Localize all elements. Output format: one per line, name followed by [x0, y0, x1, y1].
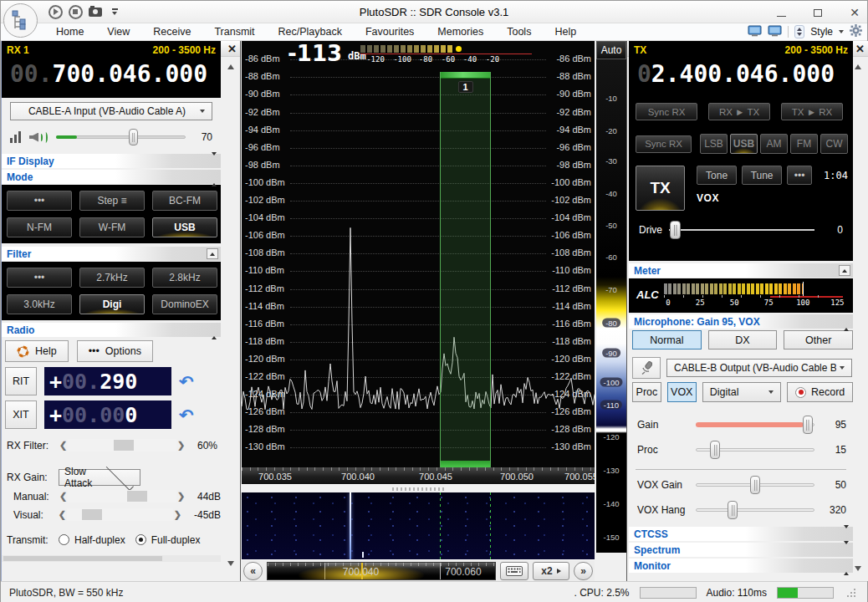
- tx-mode-button-usb[interactable]: USB: [730, 134, 758, 154]
- collapse-arrow-icon[interactable]: [844, 316, 849, 328]
- tx-mode-button-fm[interactable]: FM: [790, 134, 818, 154]
- menu-item-tools[interactable]: Tools: [495, 24, 543, 39]
- collapse-arrow-icon[interactable]: [212, 156, 217, 167]
- xit-undo-icon[interactable]: ↶: [179, 407, 194, 423]
- digital-select[interactable]: Digital: [702, 382, 782, 402]
- splitter-handle-icon[interactable]: [392, 487, 444, 491]
- resize-grip-icon[interactable]: [847, 589, 855, 597]
- waterfall-colorbar[interactable]: Auto -10-20-30-40-50-60-70-80-90-100-110…: [596, 41, 626, 554]
- rx-frequency-value[interactable]: 00.700.046.000: [7, 60, 216, 88]
- help-button[interactable]: Help: [5, 340, 69, 362]
- visual-gain-slider[interactable]: ❮❯: [58, 508, 182, 521]
- section-spectrum[interactable]: Spectrum: [629, 543, 853, 557]
- tone-button[interactable]: Tone: [697, 166, 737, 185]
- xit-display[interactable]: +00.000: [44, 400, 171, 429]
- tx-more-button[interactable]: •••: [787, 166, 812, 185]
- rx-frequency-display[interactable]: RX 1 200 - 3500 Hz 00.700.046.000: [2, 41, 221, 98]
- rit-button[interactable]: RIT: [5, 367, 37, 395]
- colorbar-auto-button[interactable]: Auto: [596, 41, 626, 59]
- mic-proc-slider-thumb[interactable]: [710, 441, 720, 459]
- tx-mode-button-lsb[interactable]: LSB: [700, 134, 728, 154]
- collapse-arrow-icon[interactable]: [207, 248, 218, 259]
- half-duplex-label[interactable]: Half-duplex: [74, 534, 125, 546]
- drive-slider-thumb[interactable]: [670, 221, 681, 239]
- speaker-icon[interactable]: [29, 132, 48, 143]
- section-filter[interactable]: Filter: [2, 247, 221, 261]
- mic-gain-slider[interactable]: [696, 416, 814, 434]
- vox-gain-slider[interactable]: [696, 476, 814, 494]
- rx-mode-button-step[interactable]: Step ≡: [79, 191, 145, 211]
- menu-item-transmit[interactable]: Transmit: [202, 24, 266, 39]
- options-button[interactable]: ••• Options: [77, 340, 153, 362]
- menu-item-view[interactable]: View: [95, 24, 141, 39]
- rx-mode-button-w-fm[interactable]: W-FM: [79, 217, 145, 237]
- mic-gain-slider-thumb[interactable]: [803, 416, 813, 434]
- full-duplex-radio[interactable]: [135, 534, 146, 545]
- rit-display[interactable]: +00.290: [44, 367, 171, 395]
- xit-button[interactable]: XIT: [5, 400, 37, 429]
- section-meter[interactable]: Meter: [629, 263, 853, 278]
- tx-sync-button-tx-rx[interactable]: TX ► RX: [781, 103, 843, 120]
- microphone-button[interactable]: [632, 357, 661, 379]
- scroll-left-button[interactable]: «: [243, 562, 263, 580]
- band-overview-strip[interactable]: 700.040700.060: [267, 562, 496, 580]
- tx-sync-button-rx-tx[interactable]: RX ► TX: [708, 103, 770, 120]
- menu-item-help[interactable]: Help: [543, 24, 588, 39]
- receive-scroll-up[interactable]: [224, 64, 237, 69]
- tune-button[interactable]: Tune: [742, 166, 782, 185]
- scroll-right-button[interactable]: »: [574, 562, 593, 580]
- mic-profile-button-other[interactable]: Other: [784, 330, 853, 349]
- rx-mode-button-n-fm[interactable]: N-FM: [7, 217, 72, 237]
- collapse-arrow-icon[interactable]: [212, 171, 217, 183]
- rx-filter-button-3-0khz[interactable]: 3.0kHz: [7, 294, 72, 314]
- tx-frequency-value[interactable]: 02.400.046.000: [634, 60, 848, 88]
- rx-filter-button-digi[interactable]: Digi: [79, 294, 145, 314]
- menu-item-receive[interactable]: Receive: [141, 24, 202, 39]
- menu-item-home[interactable]: Home: [44, 24, 95, 39]
- collapse-arrow-icon[interactable]: [844, 560, 849, 572]
- rit-undo-icon[interactable]: ↶: [179, 374, 194, 390]
- tx-transmit-button[interactable]: TX: [636, 166, 685, 211]
- section-monitor[interactable]: Monitor: [629, 559, 853, 573]
- settings-gear-icon[interactable]: [850, 24, 862, 39]
- rx-volume-slider[interactable]: [56, 129, 186, 145]
- rx-mode-button-usb[interactable]: USB: [152, 217, 217, 237]
- minimize-button[interactable]: [774, 6, 789, 19]
- maximize-button[interactable]: [810, 6, 825, 19]
- mic-profile-button-dx[interactable]: DX: [708, 330, 778, 349]
- vox-gain-slider-thumb[interactable]: [750, 476, 760, 494]
- section-microphone[interactable]: Microphone: Gain 95, VOX: [629, 314, 853, 329]
- vox-button[interactable]: VOX: [667, 382, 697, 402]
- receive-scroll-down[interactable]: [224, 561, 237, 566]
- manual-gain-slider[interactable]: ❮❯: [59, 490, 186, 503]
- pane-splitter[interactable]: [242, 484, 595, 492]
- receive-horizontal-scrollbar[interactable]: [2, 555, 221, 562]
- frequency-axis[interactable]: 700.035700.040700.045700.050700.055: [242, 467, 595, 484]
- collapse-arrow-icon[interactable]: [212, 324, 217, 336]
- tx-mode-button-am[interactable]: AM: [760, 134, 788, 154]
- record-button[interactable]: Record: [787, 382, 853, 402]
- half-duplex-radio[interactable]: [59, 534, 69, 545]
- menu-item-favourites[interactable]: Favourites: [354, 24, 426, 39]
- section-if-display[interactable]: IF Display: [2, 154, 221, 168]
- section-radio[interactable]: Radio: [2, 323, 221, 337]
- rx-filter-button-dots[interactable]: •••: [7, 268, 72, 288]
- style-label[interactable]: Style: [810, 26, 833, 38]
- rx-volume-slider-thumb[interactable]: [129, 129, 138, 145]
- mic-proc-slider[interactable]: [696, 441, 814, 459]
- colorbar-scale[interactable]: -10-20-30-40-50-60-70-80-90-100-110-120-…: [596, 59, 626, 553]
- rx-mode-button-bc-fm[interactable]: BC-FM: [152, 191, 217, 211]
- tx-sync-button-sync-rx[interactable]: Sync RX: [636, 103, 697, 120]
- section-ctcss[interactable]: CTCSS: [629, 527, 853, 541]
- app-logo-icon[interactable]: [3, 3, 38, 38]
- collapse-arrow-icon[interactable]: [839, 265, 850, 276]
- tx-audio-output-select[interactable]: CABLE-B Output (VB-Audio Cable B): [666, 359, 852, 377]
- proc-button[interactable]: Proc: [632, 382, 661, 402]
- style-spinner-icon[interactable]: [794, 25, 804, 38]
- tx-mode-button-cw[interactable]: CW: [820, 134, 848, 154]
- rx-channel-bottom-cap[interactable]: [441, 461, 490, 467]
- rx-filter-button-dominoex[interactable]: DominoEX: [152, 294, 217, 314]
- mic-profile-button-normal[interactable]: Normal: [632, 330, 702, 349]
- panel-close-icon[interactable]: ✕: [855, 43, 865, 55]
- rx-gain-select[interactable]: Slow Attack: [59, 469, 140, 486]
